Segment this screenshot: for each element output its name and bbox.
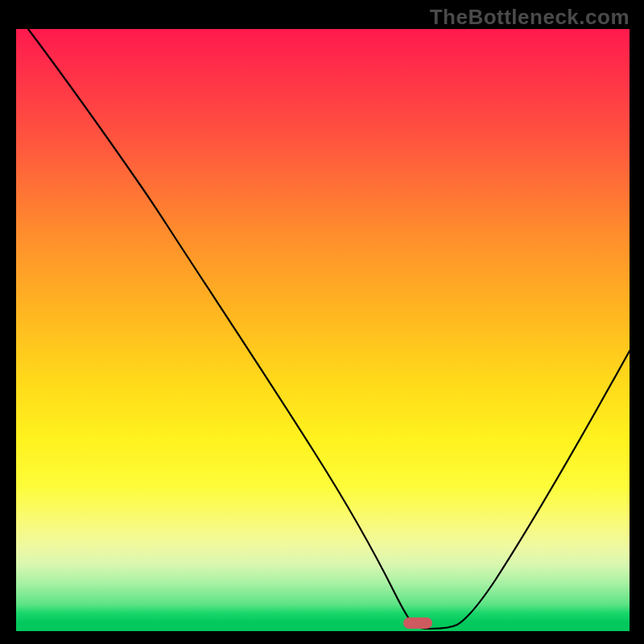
chart-frame: TheBottleneck.com — [0, 0, 644, 644]
bottleneck-curve-right — [431, 351, 630, 629]
optimum-marker — [403, 617, 432, 629]
watermark-text: TheBottleneck.com — [430, 5, 630, 30]
plot-area — [16, 29, 630, 631]
bottleneck-curve-left — [28, 29, 431, 629]
curve-svg — [16, 29, 630, 631]
